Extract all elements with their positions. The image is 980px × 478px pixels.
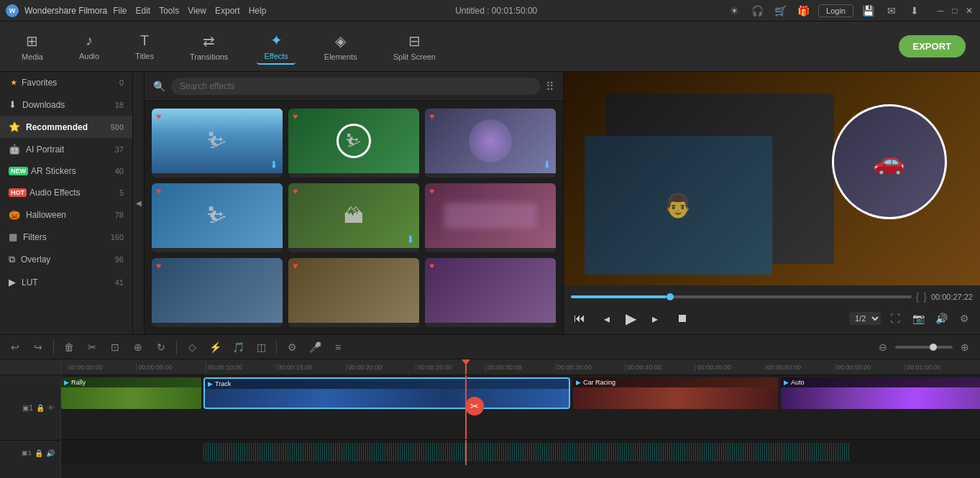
mask-button[interactable]: ◫	[252, 338, 270, 357]
login-button[interactable]: Login	[818, 4, 853, 17]
app-name: Wondershare Filmora	[24, 6, 107, 16]
sun-icon[interactable]: ☀	[726, 3, 742, 19]
sidebar-item-recommended[interactable]: ⭐ Recommended 500	[0, 116, 132, 138]
volume-button[interactable]: 🔊	[933, 310, 950, 327]
maximize-button[interactable]: □	[950, 6, 960, 16]
step-back-button[interactable]: ⏮	[571, 310, 588, 327]
clip-car-racing[interactable]: ▶ Car Racing	[573, 377, 778, 409]
effect-item-purple-flare[interactable]: ♥ ⬇ Purple Flare	[425, 109, 556, 178]
clip-rally[interactable]: ▶ Rally	[61, 377, 201, 409]
effect-item-8[interactable]: ♥	[288, 258, 419, 327]
track-lock-icon[interactable]: 🔒	[36, 404, 45, 412]
cart-icon[interactable]: 🛒	[772, 3, 788, 19]
clip-auto[interactable]: ▶ Auto	[781, 377, 980, 409]
audio-button[interactable]: 🎵	[229, 338, 247, 357]
audio-mute-icon[interactable]: 🔊	[46, 449, 55, 457]
effect-item-7[interactable]: ♥	[152, 258, 283, 327]
ruler-playhead	[465, 359, 467, 374]
crop-button[interactable]: ⊡	[106, 338, 124, 357]
frame-back-button[interactable]: ◂	[598, 310, 615, 327]
toolbar-titles[interactable]: T Titles	[128, 29, 161, 63]
zoom-button[interactable]: ⊕	[129, 338, 147, 357]
sidebar-ai-portrait-label: AI Portrait	[26, 144, 64, 155]
close-button[interactable]: ✕	[964, 6, 974, 16]
lut-icon: ▶	[9, 277, 16, 288]
frame-forward-button[interactable]: ▸	[646, 310, 664, 327]
undo-button[interactable]: ↩	[6, 338, 24, 357]
gift-icon[interactable]: 🎁	[795, 3, 811, 19]
sidebar-item-ar-stickers[interactable]: NEW AR Stickers 40	[0, 160, 132, 182]
sidebar-item-lut[interactable]: ▶ LUT 41	[0, 271, 132, 293]
export-button[interactable]: EXPORT	[899, 35, 966, 58]
timeline-body: 00:00:00:00 00:00:05:00 00:00:10:00 00:0…	[61, 359, 980, 478]
preview-progress-fill	[571, 295, 667, 298]
sidebar-item-audio-effects[interactable]: HOT Audio Effects 5	[0, 182, 132, 203]
menu-help[interactable]: Help	[249, 6, 267, 16]
effect-item-magnify[interactable]: ⛷ ♥ Magnify	[288, 109, 419, 178]
menu-view[interactable]: View	[188, 6, 206, 16]
download-icon[interactable]: ⬇	[907, 3, 922, 19]
effect-item-direction-blur[interactable]: ♥ Direction blur	[425, 183, 556, 252]
effect-item-9[interactable]: ♥	[425, 258, 556, 327]
toolbar-effects[interactable]: ✦ Effects	[257, 29, 295, 65]
zoom-out-button[interactable]: ⊖	[874, 338, 892, 357]
toolbar-media[interactable]: ⊞ Media	[14, 29, 50, 64]
timeline-ruler[interactable]: 00:00:00:00 00:00:05:00 00:00:10:00 00:0…	[61, 359, 980, 375]
search-input[interactable]	[171, 78, 540, 95]
speed-button[interactable]: ⚡	[206, 338, 224, 357]
sidebar-item-halloween[interactable]: 🎃 Halloween 78	[0, 203, 132, 226]
audio-waveform	[203, 443, 851, 461]
stop-button[interactable]: ⏹	[674, 310, 691, 327]
toolbar-elements[interactable]: ◈ Elements	[317, 29, 365, 64]
effect-item-spherize[interactable]: ⛷ ♥ Spherize	[152, 183, 283, 252]
color-button[interactable]: ◇	[183, 338, 201, 357]
menu-file[interactable]: File	[113, 6, 127, 16]
mail-icon[interactable]: ✉	[884, 3, 899, 19]
effects-grid: ⛷ ♥ ⬇ Planets Pack Overlay 01 ⛷ ♥ Magnif…	[145, 101, 563, 334]
downloads-count: 18	[115, 101, 124, 109]
toolbar-separator-2	[176, 340, 177, 354]
settings-button[interactable]: ⚙	[956, 310, 973, 327]
menu-export[interactable]: Export	[215, 6, 240, 16]
fullscreen-button[interactable]: ⛶	[887, 310, 904, 327]
toolbar-elements-label: Elements	[324, 52, 357, 61]
effect-item-planets01[interactable]: ⛷ ♥ ⬇ Planets Pack Overlay 01	[152, 109, 283, 178]
zoom-slider[interactable]	[895, 346, 953, 349]
clip-track[interactable]: ▶ Track	[203, 377, 570, 409]
rotate-button[interactable]: ↻	[152, 338, 170, 357]
filters-count: 160	[111, 233, 124, 242]
more-button[interactable]: ≡	[329, 338, 347, 357]
page-select[interactable]: 1/2	[849, 312, 881, 325]
sidebar-item-overlay[interactable]: ⧉ Overlay 96	[0, 248, 132, 271]
sidebar-item-downloads[interactable]: ⬇ Downloads 18	[0, 93, 132, 116]
toolbar-audio[interactable]: ♪ Audio	[72, 29, 106, 63]
redo-button[interactable]: ↪	[29, 338, 47, 357]
audio-playhead-line	[465, 440, 467, 465]
sidebar-item-ai-portrait[interactable]: 🤖 AI Portrait 37	[0, 138, 132, 160]
main-toolbar: ⊞ Media ♪ Audio T Titles ⇄ Transitions ✦…	[0, 22, 980, 72]
delete-button[interactable]: 🗑	[60, 338, 78, 357]
clip-track-body	[205, 389, 569, 408]
save-icon[interactable]: 💾	[861, 3, 876, 19]
preview-progress-track[interactable]	[571, 295, 912, 298]
zoom-in-button[interactable]: ⊕	[956, 338, 974, 357]
effect-purple-flare-label: Purple Flare	[425, 173, 556, 178]
menu-tools[interactable]: Tools	[159, 6, 179, 16]
play-button[interactable]: ▶	[626, 310, 636, 327]
toolbar-splitscreen[interactable]: ⊟ Split Screen	[386, 29, 443, 64]
audio-lock-icon[interactable]: 🔒	[35, 449, 43, 457]
cut-button[interactable]: ✂	[83, 338, 101, 357]
sidebar-collapse-button[interactable]: ◀	[133, 72, 145, 334]
track-eye-icon[interactable]: 👁	[47, 404, 55, 412]
sidebar-item-favorites[interactable]: ★ Favorites 0	[0, 72, 132, 93]
menu-edit[interactable]: Edit	[136, 6, 151, 16]
snapshot-button[interactable]: 📷	[910, 310, 927, 327]
audio-denoise-button[interactable]: 🎤	[306, 338, 324, 357]
grid-options-icon[interactable]: ⠿	[546, 80, 554, 93]
sidebar-item-filters[interactable]: ▦ Filters 160	[0, 226, 132, 248]
toolbar-transitions[interactable]: ⇄ Transitions	[183, 29, 235, 64]
headphones-icon[interactable]: 🎧	[749, 3, 765, 19]
stabilize-button[interactable]: ⚙	[283, 338, 301, 357]
minimize-button[interactable]: ─	[935, 6, 945, 16]
effect-item-planets04[interactable]: 🏔 ♥ ⬇ Planets Pack Overlay 04	[288, 183, 419, 252]
